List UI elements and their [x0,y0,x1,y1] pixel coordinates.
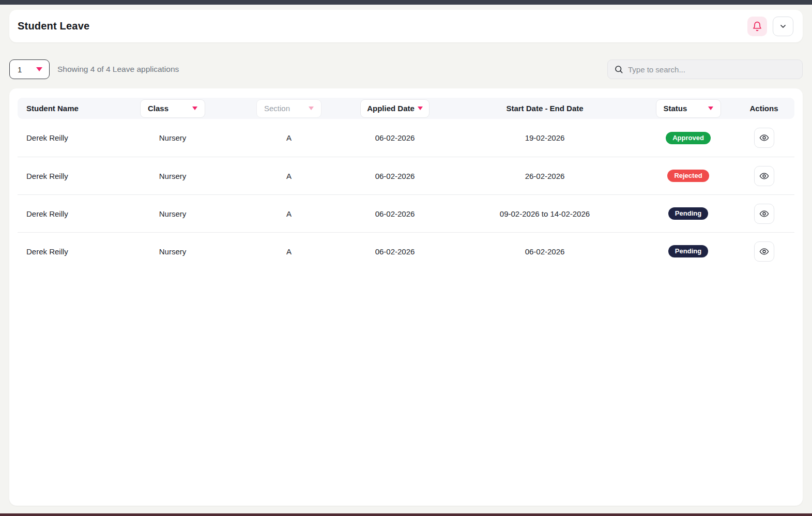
section-cell: A [235,133,343,142]
status-badge: Pending [668,245,708,257]
applied-date-cell: 06-02-2026 [343,247,447,256]
eye-icon [759,247,769,256]
table-row: Derek Reilly Nursery A 06-02-2026 09-02-… [18,194,794,232]
column-section: Section [235,99,343,118]
page-title: Student Leave [18,20,89,32]
page-size-select[interactable]: 1 [9,59,50,79]
section-cell: A [235,247,343,256]
class-cell: Nursery [111,133,235,142]
page-size-value: 1 [18,65,22,74]
section-filter-dropdown[interactable]: Section [256,99,321,118]
date-range-cell: 19-02-2026 [447,133,643,142]
actions-cell [733,204,794,224]
table-row: Derek Reilly Nursery A 06-02-2026 19-02-… [18,119,794,157]
actions-cell [733,241,794,262]
search-input[interactable] [628,65,796,74]
eye-icon [759,133,769,143]
status-cell: Pending [643,207,733,220]
status-cell: Approved [643,132,733,144]
status-cell: Pending [643,245,733,257]
search-box [607,59,803,79]
applied-date-sort-button[interactable]: Applied Date [360,99,430,118]
table-row: Derek Reilly Nursery A 06-02-2026 26-02-… [18,157,794,194]
actions-cell [733,166,794,186]
class-cell: Nursery [111,172,235,180]
applied-date-cell: 06-02-2026 [343,172,447,180]
applied-date-label: Applied Date [367,104,415,113]
date-range-cell: 06-02-2026 [447,247,643,256]
class-cell: Nursery [111,247,235,256]
toolbar: 1 Showing 4 of 4 Leave applications [9,59,803,79]
dropdown-arrow-icon [309,107,314,110]
status-badge: Approved [666,132,711,144]
notifications-button[interactable] [747,17,767,36]
student-name-cell: Derek Reilly [18,133,111,142]
column-student-name: Student Name [18,104,111,113]
sort-arrow-icon [418,107,423,110]
table-body: Derek Reilly Nursery A 06-02-2026 19-02-… [18,119,794,270]
status-cell: Rejected [643,170,733,182]
toolbar-left: 1 Showing 4 of 4 Leave applications [9,59,179,79]
student-name-cell: Derek Reilly [18,209,111,218]
column-class: Class [111,99,235,118]
collapse-header-button[interactable] [773,17,793,36]
results-summary: Showing 4 of 4 Leave applications [57,65,179,74]
column-date-range: Start Date - End Date [447,104,643,113]
page: Student Leave [0,5,812,513]
leave-table: Student Name Class Section Applied Date [9,88,803,506]
section-cell: A [235,172,343,180]
view-leave-button[interactable] [754,204,774,224]
page-header: Student Leave [9,10,803,42]
date-range-cell: 26-02-2026 [447,172,643,180]
column-applied-date: Applied Date [343,99,447,118]
chevron-down-icon [779,22,787,31]
eye-icon [759,209,769,219]
status-badge: Rejected [667,170,709,182]
bell-icon [752,21,762,32]
status-filter-dropdown[interactable]: Status [656,99,721,118]
applied-date-cell: 06-02-2026 [343,209,447,218]
actions-cell [733,128,794,148]
dropdown-arrow-icon [192,107,197,110]
table-header-row: Student Name Class Section Applied Date [18,98,794,119]
view-leave-button[interactable] [754,166,774,186]
table-row: Derek Reilly Nursery A 06-02-2026 06-02-… [18,232,794,270]
view-leave-button[interactable] [754,241,774,262]
status-badge: Pending [668,207,708,220]
dropdown-arrow-icon [708,107,713,110]
section-filter-label: Section [264,104,290,113]
window-top-bar [0,0,812,5]
column-actions: Actions [733,104,794,113]
column-status: Status [643,99,733,118]
eye-icon [759,171,769,181]
student-name-cell: Derek Reilly [18,172,111,180]
class-cell: Nursery [111,209,235,218]
status-filter-label: Status [664,104,687,113]
section-cell: A [235,209,343,218]
class-filter-label: Class [148,104,168,113]
date-range-cell: 09-02-2026 to 14-02-2026 [447,209,643,218]
student-name-cell: Derek Reilly [18,247,111,256]
class-filter-dropdown[interactable]: Class [140,99,205,118]
search-icon [614,65,623,74]
window-bottom-bar [0,513,812,516]
applied-date-cell: 06-02-2026 [343,133,447,142]
view-leave-button[interactable] [754,128,774,148]
header-actions [747,17,793,36]
dropdown-arrow-icon [36,67,42,71]
